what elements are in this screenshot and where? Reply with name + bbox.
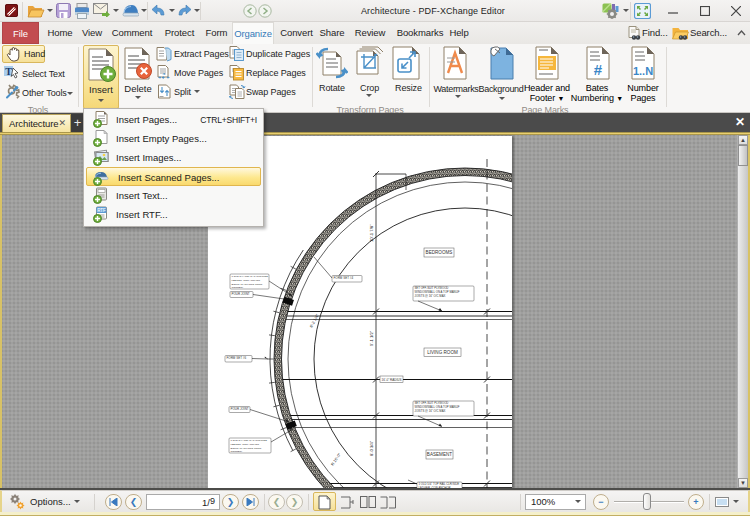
svg-text:LEDGER, CON ANCHOR: LEDGER, CON ANCHOR xyxy=(232,279,261,282)
svg-text:POUR JOINT: POUR JOINT xyxy=(231,407,249,411)
svg-text:T: T xyxy=(5,66,12,77)
svg-text:JOISTS @ 16" O/C MAX: JOISTS @ 16" O/C MAX xyxy=(415,294,446,298)
svg-text:8'-0 3/4": 8'-0 3/4" xyxy=(369,440,374,456)
svg-text:BOLTS (CAST INTO CONC: BOLTS (CAST INTO CONC xyxy=(232,283,263,286)
svg-text:10'-1 7/8": 10'-1 7/8" xyxy=(369,224,374,242)
svg-text:BOLTS (CAST INTO CONC: BOLTS (CAST INTO CONC xyxy=(231,447,262,450)
svg-text:1 OLD 5/4" TOP RAIL CLR/SIDE: 1 OLD 5/4" TOP RAIL CLR/SIDE xyxy=(231,439,268,442)
svg-text:CORNER): CORNER) xyxy=(232,286,244,289)
svg-text:16'-0" RADIUS: 16'-0" RADIUS xyxy=(382,378,402,382)
svg-text:LEDGER, CON ANCHOR: LEDGER, CON ANCHOR xyxy=(231,443,260,446)
svg-text:9'-1 1/2": 9'-1 1/2" xyxy=(369,330,374,346)
svg-text:LIVING ROOM: LIVING ROOM xyxy=(427,350,458,355)
svg-text:RTF: RTF xyxy=(97,208,106,213)
svg-text:JOISTS @ 16" O/C MAX: JOISTS @ 16" O/C MAX xyxy=(415,409,446,413)
svg-text:BASEMENT: BASEMENT xyxy=(427,452,452,457)
svg-text:FORM SET #4: FORM SET #4 xyxy=(334,276,354,280)
svg-text:BEDROOMS: BEDROOMS xyxy=(426,250,453,255)
svg-text:1..N: 1..N xyxy=(633,65,653,77)
svg-text:FORM SET #6: FORM SET #6 xyxy=(227,356,247,360)
svg-text:R 16'-0": R 16'-0" xyxy=(330,452,343,467)
svg-text:1 OLD 5/4" TOP RAIL CLR/SIDE: 1 OLD 5/4" TOP RAIL CLR/SIDE xyxy=(232,275,269,278)
svg-text:CORNER): CORNER) xyxy=(231,450,243,453)
svg-text:POUR JOINT: POUR JOINT xyxy=(232,292,250,296)
svg-text:8'-2 1/4": 8'-2 1/4" xyxy=(308,313,320,329)
svg-text:#: # xyxy=(594,61,603,78)
